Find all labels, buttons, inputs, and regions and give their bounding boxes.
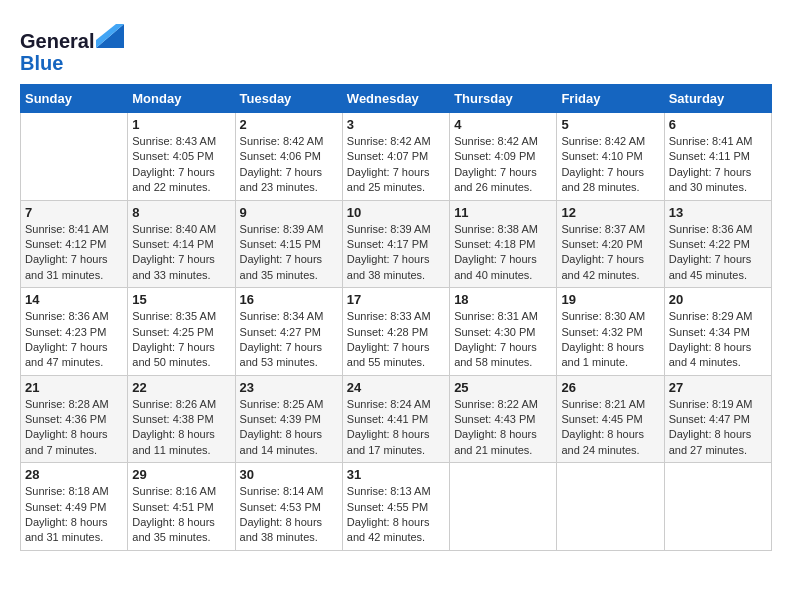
- calendar-day-cell: 2Sunrise: 8:42 AMSunset: 4:06 PMDaylight…: [235, 113, 342, 201]
- weekday-header-cell: Tuesday: [235, 85, 342, 113]
- day-info: Sunrise: 8:16 AMSunset: 4:51 PMDaylight:…: [132, 484, 230, 546]
- day-info: Sunrise: 8:43 AMSunset: 4:05 PMDaylight:…: [132, 134, 230, 196]
- calendar-day-cell: 4Sunrise: 8:42 AMSunset: 4:09 PMDaylight…: [450, 113, 557, 201]
- calendar-week-row: 28Sunrise: 8:18 AMSunset: 4:49 PMDayligh…: [21, 463, 772, 551]
- day-info: Sunrise: 8:13 AMSunset: 4:55 PMDaylight:…: [347, 484, 445, 546]
- day-number: 1: [132, 117, 230, 132]
- day-number: 29: [132, 467, 230, 482]
- day-number: 2: [240, 117, 338, 132]
- calendar-day-cell: 10Sunrise: 8:39 AMSunset: 4:17 PMDayligh…: [342, 200, 449, 288]
- calendar-day-cell: 23Sunrise: 8:25 AMSunset: 4:39 PMDayligh…: [235, 375, 342, 463]
- day-info: Sunrise: 8:39 AMSunset: 4:15 PMDaylight:…: [240, 222, 338, 284]
- calendar-day-cell: [664, 463, 771, 551]
- calendar-day-cell: 31Sunrise: 8:13 AMSunset: 4:55 PMDayligh…: [342, 463, 449, 551]
- calendar-day-cell: 27Sunrise: 8:19 AMSunset: 4:47 PMDayligh…: [664, 375, 771, 463]
- calendar-day-cell: 16Sunrise: 8:34 AMSunset: 4:27 PMDayligh…: [235, 288, 342, 376]
- day-number: 26: [561, 380, 659, 395]
- day-info: Sunrise: 8:35 AMSunset: 4:25 PMDaylight:…: [132, 309, 230, 371]
- day-number: 30: [240, 467, 338, 482]
- day-number: 11: [454, 205, 552, 220]
- day-info: Sunrise: 8:30 AMSunset: 4:32 PMDaylight:…: [561, 309, 659, 371]
- calendar-day-cell: 12Sunrise: 8:37 AMSunset: 4:20 PMDayligh…: [557, 200, 664, 288]
- day-number: 15: [132, 292, 230, 307]
- day-number: 17: [347, 292, 445, 307]
- calendar-day-cell: 21Sunrise: 8:28 AMSunset: 4:36 PMDayligh…: [21, 375, 128, 463]
- day-number: 5: [561, 117, 659, 132]
- calendar-day-cell: [450, 463, 557, 551]
- calendar-table: SundayMondayTuesdayWednesdayThursdayFrid…: [20, 84, 772, 551]
- weekday-header-cell: Sunday: [21, 85, 128, 113]
- calendar-day-cell: 26Sunrise: 8:21 AMSunset: 4:45 PMDayligh…: [557, 375, 664, 463]
- day-info: Sunrise: 8:36 AMSunset: 4:23 PMDaylight:…: [25, 309, 123, 371]
- calendar-day-cell: 5Sunrise: 8:42 AMSunset: 4:10 PMDaylight…: [557, 113, 664, 201]
- day-info: Sunrise: 8:39 AMSunset: 4:17 PMDaylight:…: [347, 222, 445, 284]
- calendar-day-cell: 7Sunrise: 8:41 AMSunset: 4:12 PMDaylight…: [21, 200, 128, 288]
- calendar-day-cell: 29Sunrise: 8:16 AMSunset: 4:51 PMDayligh…: [128, 463, 235, 551]
- calendar-day-cell: [21, 113, 128, 201]
- day-number: 7: [25, 205, 123, 220]
- day-info: Sunrise: 8:33 AMSunset: 4:28 PMDaylight:…: [347, 309, 445, 371]
- calendar-day-cell: 3Sunrise: 8:42 AMSunset: 4:07 PMDaylight…: [342, 113, 449, 201]
- calendar-day-cell: 8Sunrise: 8:40 AMSunset: 4:14 PMDaylight…: [128, 200, 235, 288]
- weekday-header-cell: Wednesday: [342, 85, 449, 113]
- day-number: 23: [240, 380, 338, 395]
- day-number: 6: [669, 117, 767, 132]
- calendar-day-cell: 17Sunrise: 8:33 AMSunset: 4:28 PMDayligh…: [342, 288, 449, 376]
- day-info: Sunrise: 8:31 AMSunset: 4:30 PMDaylight:…: [454, 309, 552, 371]
- day-info: Sunrise: 8:36 AMSunset: 4:22 PMDaylight:…: [669, 222, 767, 284]
- day-info: Sunrise: 8:14 AMSunset: 4:53 PMDaylight:…: [240, 484, 338, 546]
- day-info: Sunrise: 8:25 AMSunset: 4:39 PMDaylight:…: [240, 397, 338, 459]
- calendar-day-cell: 28Sunrise: 8:18 AMSunset: 4:49 PMDayligh…: [21, 463, 128, 551]
- weekday-header-cell: Friday: [557, 85, 664, 113]
- calendar-day-cell: 6Sunrise: 8:41 AMSunset: 4:11 PMDaylight…: [664, 113, 771, 201]
- day-number: 16: [240, 292, 338, 307]
- calendar-body: 1Sunrise: 8:43 AMSunset: 4:05 PMDaylight…: [21, 113, 772, 551]
- calendar-day-cell: 24Sunrise: 8:24 AMSunset: 4:41 PMDayligh…: [342, 375, 449, 463]
- day-info: Sunrise: 8:24 AMSunset: 4:41 PMDaylight:…: [347, 397, 445, 459]
- calendar-week-row: 14Sunrise: 8:36 AMSunset: 4:23 PMDayligh…: [21, 288, 772, 376]
- logo-icon: [96, 20, 124, 48]
- page-header: General Blue: [20, 20, 772, 74]
- day-info: Sunrise: 8:42 AMSunset: 4:09 PMDaylight:…: [454, 134, 552, 196]
- day-info: Sunrise: 8:42 AMSunset: 4:06 PMDaylight:…: [240, 134, 338, 196]
- calendar-day-cell: 20Sunrise: 8:29 AMSunset: 4:34 PMDayligh…: [664, 288, 771, 376]
- day-info: Sunrise: 8:42 AMSunset: 4:10 PMDaylight:…: [561, 134, 659, 196]
- day-number: 28: [25, 467, 123, 482]
- day-info: Sunrise: 8:41 AMSunset: 4:12 PMDaylight:…: [25, 222, 123, 284]
- calendar-day-cell: 15Sunrise: 8:35 AMSunset: 4:25 PMDayligh…: [128, 288, 235, 376]
- day-info: Sunrise: 8:40 AMSunset: 4:14 PMDaylight:…: [132, 222, 230, 284]
- weekday-header-cell: Monday: [128, 85, 235, 113]
- day-info: Sunrise: 8:38 AMSunset: 4:18 PMDaylight:…: [454, 222, 552, 284]
- weekday-header-row: SundayMondayTuesdayWednesdayThursdayFrid…: [21, 85, 772, 113]
- calendar-day-cell: 19Sunrise: 8:30 AMSunset: 4:32 PMDayligh…: [557, 288, 664, 376]
- calendar-day-cell: 13Sunrise: 8:36 AMSunset: 4:22 PMDayligh…: [664, 200, 771, 288]
- day-number: 21: [25, 380, 123, 395]
- calendar-day-cell: 22Sunrise: 8:26 AMSunset: 4:38 PMDayligh…: [128, 375, 235, 463]
- day-info: Sunrise: 8:18 AMSunset: 4:49 PMDaylight:…: [25, 484, 123, 546]
- day-number: 4: [454, 117, 552, 132]
- day-number: 20: [669, 292, 767, 307]
- day-info: Sunrise: 8:41 AMSunset: 4:11 PMDaylight:…: [669, 134, 767, 196]
- day-info: Sunrise: 8:37 AMSunset: 4:20 PMDaylight:…: [561, 222, 659, 284]
- calendar-week-row: 1Sunrise: 8:43 AMSunset: 4:05 PMDaylight…: [21, 113, 772, 201]
- day-number: 10: [347, 205, 445, 220]
- day-info: Sunrise: 8:22 AMSunset: 4:43 PMDaylight:…: [454, 397, 552, 459]
- calendar-day-cell: 9Sunrise: 8:39 AMSunset: 4:15 PMDaylight…: [235, 200, 342, 288]
- day-info: Sunrise: 8:34 AMSunset: 4:27 PMDaylight:…: [240, 309, 338, 371]
- day-number: 14: [25, 292, 123, 307]
- day-info: Sunrise: 8:26 AMSunset: 4:38 PMDaylight:…: [132, 397, 230, 459]
- day-info: Sunrise: 8:28 AMSunset: 4:36 PMDaylight:…: [25, 397, 123, 459]
- calendar-day-cell: 18Sunrise: 8:31 AMSunset: 4:30 PMDayligh…: [450, 288, 557, 376]
- weekday-header-cell: Saturday: [664, 85, 771, 113]
- day-number: 18: [454, 292, 552, 307]
- day-number: 9: [240, 205, 338, 220]
- calendar-day-cell: [557, 463, 664, 551]
- day-info: Sunrise: 8:42 AMSunset: 4:07 PMDaylight:…: [347, 134, 445, 196]
- calendar-week-row: 21Sunrise: 8:28 AMSunset: 4:36 PMDayligh…: [21, 375, 772, 463]
- calendar-day-cell: 1Sunrise: 8:43 AMSunset: 4:05 PMDaylight…: [128, 113, 235, 201]
- logo: General Blue: [20, 20, 124, 74]
- logo-blue: Blue: [20, 52, 63, 74]
- day-info: Sunrise: 8:19 AMSunset: 4:47 PMDaylight:…: [669, 397, 767, 459]
- day-number: 31: [347, 467, 445, 482]
- day-number: 12: [561, 205, 659, 220]
